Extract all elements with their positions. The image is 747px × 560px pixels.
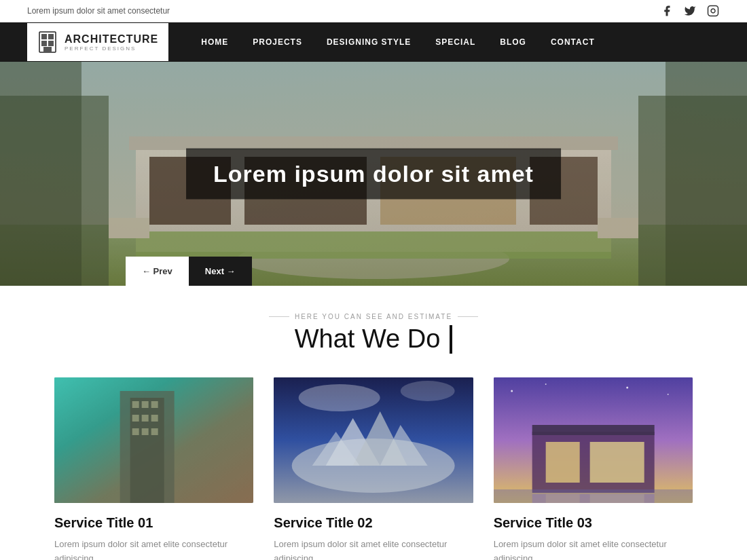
service-desc-2: Lorem ipsum dolor sit amet elite consect… bbox=[274, 538, 473, 560]
section-tag: HERE YOU CAN SEE AND ESTIMATE bbox=[54, 313, 693, 320]
hero-title-box: Lorem ipsum dolor sit amet bbox=[186, 149, 561, 200]
svg-rect-4 bbox=[48, 34, 54, 39]
nav-projects[interactable]: PROJECTS bbox=[240, 22, 314, 62]
service-image-3 bbox=[494, 377, 693, 503]
svg-point-56 bbox=[626, 387, 628, 389]
service-card-1: Service Title 01 Lorem ipsum dolor sit a… bbox=[54, 377, 253, 560]
svg-rect-3 bbox=[41, 34, 47, 39]
svg-rect-53 bbox=[494, 489, 693, 503]
instagram-icon[interactable] bbox=[706, 4, 720, 18]
nav-designing-style[interactable]: DESIGNING STYLE bbox=[314, 22, 423, 62]
service-image-1 bbox=[54, 377, 253, 503]
nav-blog[interactable]: BLOG bbox=[488, 22, 539, 62]
hero-controls: ← Prev Next → bbox=[126, 257, 252, 286]
logo-area: ARCHITECTURE PERFECT DESIGNS bbox=[27, 23, 168, 61]
svg-point-44 bbox=[401, 381, 455, 401]
header: ARCHITECTURE PERFECT DESIGNS HOME PROJEC… bbox=[0, 22, 747, 62]
svg-rect-7 bbox=[43, 47, 52, 52]
hero-section: Lorem ipsum dolor sit amet ← Prev Next → bbox=[0, 62, 747, 286]
svg-rect-5 bbox=[41, 41, 47, 46]
logo-subtitle: PERFECT DESIGNS bbox=[65, 45, 158, 52]
service-image-2 bbox=[274, 377, 473, 503]
top-bar-text: Lorem ipsum dolor sit amet consectetur bbox=[27, 6, 170, 16]
logo-title: ARCHITECTURE bbox=[65, 33, 158, 45]
twitter-icon[interactable] bbox=[683, 4, 697, 18]
main-nav: HOME PROJECTS DESIGNING STYLE SPECIAL BL… bbox=[168, 22, 720, 62]
top-bar: Lorem ipsum dolor sit amet consectetur bbox=[0, 0, 747, 22]
facebook-icon[interactable] bbox=[660, 4, 674, 18]
service-title-3: Service Title 03 bbox=[494, 515, 693, 531]
service-card-3: Service Title 03 Lorem ipsum dolor sit a… bbox=[494, 377, 693, 560]
section-header: HERE YOU CAN SEE AND ESTIMATE What We Do bbox=[54, 313, 693, 354]
service-desc-3: Lorem ipsum dolor sit amet elite consect… bbox=[494, 538, 693, 560]
logo-icon bbox=[37, 30, 58, 54]
logo-text: ARCHITECTURE PERFECT DESIGNS bbox=[65, 33, 158, 52]
svg-rect-6 bbox=[48, 41, 54, 46]
services-grid: Service Title 01 Lorem ipsum dolor sit a… bbox=[54, 377, 693, 560]
svg-point-54 bbox=[511, 390, 513, 392]
section-title: What We Do bbox=[54, 324, 693, 354]
service-title-2: Service Title 02 bbox=[274, 515, 473, 531]
svg-point-55 bbox=[545, 384, 546, 385]
prev-button[interactable]: ← Prev bbox=[126, 257, 189, 286]
hero-title: Lorem ipsum dolor sit amet bbox=[213, 161, 534, 187]
nav-special[interactable]: SPECIAL bbox=[423, 22, 488, 62]
nav-home[interactable]: HOME bbox=[189, 22, 240, 62]
nav-contact[interactable]: CONTACT bbox=[539, 22, 607, 62]
service-title-1: Service Title 01 bbox=[54, 515, 253, 531]
svg-rect-47 bbox=[532, 425, 654, 435]
social-icons bbox=[660, 4, 720, 18]
service-desc-1: Lorem ipsum dolor sit amet elite consect… bbox=[54, 538, 253, 560]
svg-rect-48 bbox=[545, 442, 579, 483]
svg-point-43 bbox=[299, 384, 380, 411]
svg-rect-36 bbox=[54, 377, 253, 503]
next-button[interactable]: Next → bbox=[189, 257, 252, 286]
svg-rect-0 bbox=[708, 6, 718, 16]
service-card-2: Service Title 02 Lorem ipsum dolor sit a… bbox=[274, 377, 473, 560]
svg-rect-49 bbox=[589, 442, 644, 483]
svg-point-57 bbox=[667, 394, 668, 395]
what-we-do-section: HERE YOU CAN SEE AND ESTIMATE What We Do bbox=[0, 286, 747, 560]
